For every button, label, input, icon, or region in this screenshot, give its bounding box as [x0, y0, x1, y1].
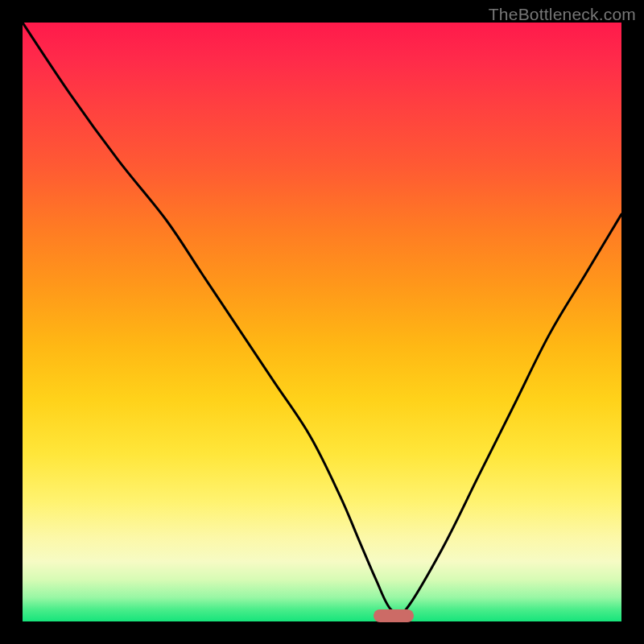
curve-layer: [23, 23, 621, 621]
plot-area: [23, 23, 621, 621]
optimal-marker: [374, 609, 414, 622]
bottleneck-curve: [23, 23, 621, 616]
watermark-text: TheBottleneck.com: [489, 5, 636, 24]
chart-frame: TheBottleneck.com: [0, 0, 644, 644]
